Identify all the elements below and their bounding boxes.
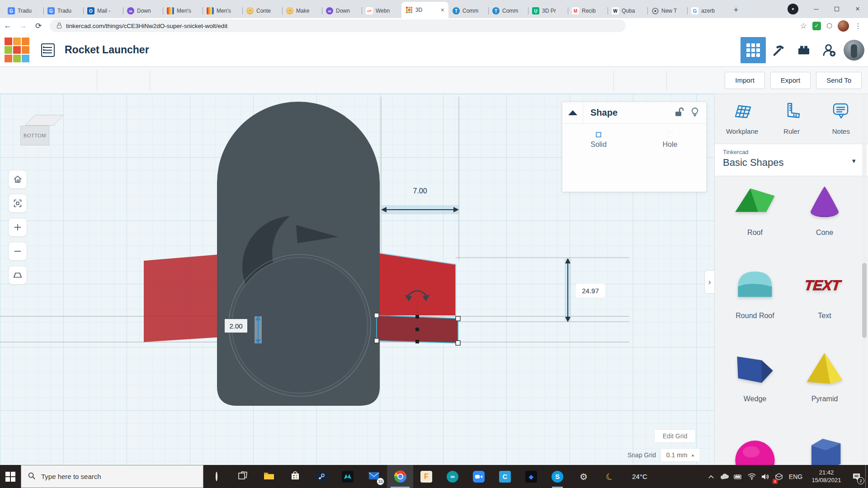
night-light[interactable]: ☾ — [597, 465, 623, 488]
perspective-toggle-button[interactable] — [8, 266, 27, 285]
minimize-button[interactable] — [806, 0, 826, 18]
show-desktop-button[interactable] — [865, 465, 868, 488]
browser-tab[interactable]: G Tradu × — [43, 4, 83, 18]
cura[interactable]: C — [492, 465, 518, 488]
notification-center-icon[interactable]: 2 — [847, 465, 865, 488]
design-menu-icon[interactable] — [41, 43, 55, 57]
maximize-button[interactable] — [826, 0, 847, 18]
zoom-in-button[interactable] — [8, 218, 27, 237]
bulb-icon[interactable] — [691, 107, 699, 119]
shape-gallery-item[interactable]: Roof — [720, 183, 790, 266]
shape-library-dropdown[interactable]: Tinkercad Basic Shapes ▼ — [715, 144, 868, 176]
browser-tab[interactable]: ᵔ Make × — [282, 4, 322, 18]
scrollbar-thumb[interactable] — [862, 263, 867, 338]
paste-button[interactable] — [24, 70, 47, 90]
extension-check-icon[interactable]: ✓ — [812, 22, 821, 30]
browser-tab[interactable]: ᵔ Conte × — [242, 4, 282, 18]
add-user-icon[interactable] — [816, 37, 842, 63]
fusion-360[interactable]: F — [413, 465, 439, 488]
delete-button[interactable] — [71, 70, 94, 90]
brick-icon[interactable] — [791, 37, 816, 63]
back-icon[interactable]: ← — [0, 19, 15, 33]
slicer[interactable]: ◆ — [518, 465, 544, 488]
home-view-button[interactable] — [8, 170, 27, 189]
browser-tab[interactable]: G azerb × — [687, 4, 727, 18]
export-button[interactable]: Export — [770, 72, 811, 89]
zoom-out-button[interactable] — [8, 242, 27, 261]
group-button[interactable] — [617, 70, 640, 90]
shape-gallery-item[interactable]: Wedge — [720, 349, 790, 432]
edit-grid-button[interactable]: Edit Grid — [654, 429, 696, 443]
dashboard-grid-button[interactable] — [741, 37, 766, 63]
battery-icon[interactable] — [731, 465, 745, 488]
url-omnibox[interactable]: tinkercad.com/things/cCE3HiNw2dO-super-s… — [50, 19, 626, 32]
send-to-button[interactable]: Send To — [816, 72, 862, 89]
cortana[interactable] — [203, 465, 230, 488]
shape-fill-option[interactable]: Solid — [576, 135, 621, 149]
inspect-button[interactable] — [564, 70, 587, 90]
browser-menu-icon[interactable]: ⋮ — [854, 22, 862, 30]
user-avatar[interactable] — [844, 40, 864, 61]
shape-gallery-item[interactable]: Cone — [790, 183, 859, 266]
import-button[interactable]: Import — [725, 72, 765, 89]
mail[interactable]: 33 — [361, 465, 387, 488]
ungroup-button[interactable] — [640, 70, 664, 90]
align-button[interactable] — [670, 70, 693, 90]
shape-gallery-item[interactable]: Round Roof — [720, 266, 790, 349]
browser-tab[interactable]: 3D × — [401, 2, 448, 18]
close-button[interactable]: × — [847, 0, 868, 18]
browser-tab[interactable]: M Recib × — [568, 4, 608, 18]
tab-close-icon[interactable]: × — [441, 7, 444, 13]
zoom[interactable] — [466, 465, 492, 488]
browser-tab[interactable]: Men's × — [163, 4, 203, 18]
browser-tab[interactable]: ∞ Down × — [123, 4, 163, 18]
redo-button[interactable] — [123, 70, 147, 90]
tray-expand-caret-icon[interactable] — [704, 465, 718, 488]
file-explorer[interactable] — [256, 465, 282, 488]
browser-tab[interactable]: ∞ Down × — [322, 4, 362, 18]
sidebar-tool[interactable]: Ruler — [769, 101, 814, 135]
browser-tab[interactable]: O Mail - × — [83, 4, 123, 18]
duplicate-button[interactable] — [47, 70, 71, 90]
tinkercad-logo[interactable] — [5, 38, 29, 62]
browser-tab[interactable]: Men's × — [203, 4, 242, 18]
onedrive-cloud-icon[interactable] — [718, 465, 731, 488]
bulb-button[interactable] — [587, 70, 611, 90]
shape-gallery-item[interactable] — [790, 432, 859, 465]
shape-gallery-item[interactable] — [720, 432, 790, 465]
reload-icon[interactable]: ⟳ — [31, 19, 46, 33]
language-indicator[interactable]: ENG — [786, 473, 806, 480]
chrome[interactable] — [387, 465, 413, 488]
volume-icon[interactable] — [759, 465, 772, 488]
shape-gallery-item[interactable]: TEXT Text — [790, 266, 859, 349]
sidebar-scrollbar[interactable] — [862, 94, 867, 465]
sidebar-expand-chevron-icon[interactable]: › — [704, 270, 714, 294]
browser-profile-avatar[interactable] — [838, 20, 849, 32]
height-dimension-label[interactable]: 24.97 — [576, 284, 605, 297]
browser-tab[interactable]: W Quba × — [608, 4, 647, 18]
predator[interactable] — [335, 465, 361, 488]
extensions-puzzle-icon[interactable]: ⬡ — [826, 22, 832, 30]
undo-button[interactable] — [100, 70, 123, 90]
browser-tab[interactable]: T Comm × — [448, 4, 488, 18]
depth-dimension-input[interactable]: 2.00 — [224, 319, 248, 333]
shape-fill-option[interactable]: Hole — [647, 135, 693, 149]
browser-tab[interactable]: G Tradu × — [4, 4, 43, 18]
view-cube-front-face[interactable]: BOTTOM — [20, 126, 49, 145]
collapse-panel-icon[interactable] — [562, 102, 583, 124]
design-title[interactable]: Rocket Launcher — [65, 44, 149, 56]
weather-temperature[interactable]: 24°C — [623, 473, 656, 480]
sidebar-tool[interactable]: Workplane — [720, 101, 765, 135]
microsoft-store[interactable] — [282, 465, 308, 488]
fit-view-button[interactable] — [8, 194, 27, 213]
3d-canvas[interactable]: BOTTOM 7.00 — [0, 94, 714, 465]
snap-grid-dropdown[interactable]: 0.1 mm▲ — [660, 448, 700, 462]
wifi-icon[interactable] — [745, 465, 759, 488]
width-dimension-label[interactable]: 7.00 — [393, 187, 447, 195]
new-tab-button[interactable]: + — [730, 4, 742, 16]
view-cube[interactable]: BOTTOM — [16, 111, 61, 150]
forward-icon[interactable]: → — [15, 19, 31, 33]
bookmark-star-icon[interactable]: ☆ — [800, 21, 807, 31]
shape-gallery-item[interactable]: Pyramid — [790, 349, 859, 432]
start-button[interactable] — [0, 465, 21, 488]
